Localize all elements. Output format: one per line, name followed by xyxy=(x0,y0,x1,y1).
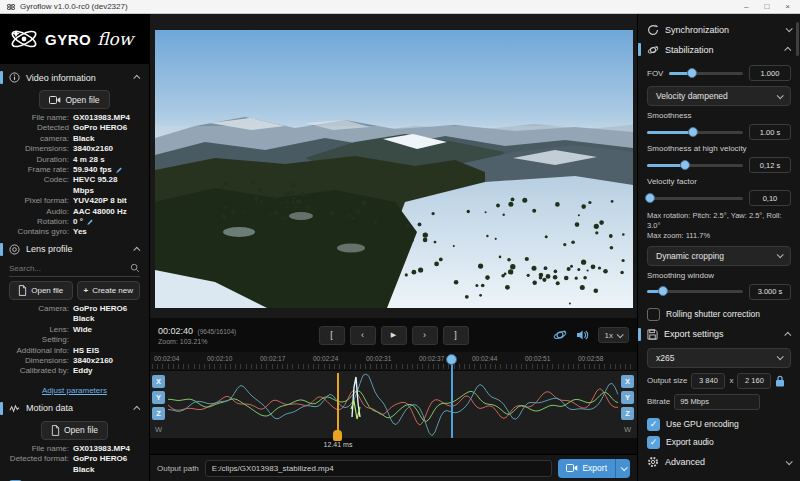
bitrate-input[interactable]: 95 Mbps xyxy=(674,394,760,410)
smoothing-window-value[interactable]: 3.000 s xyxy=(749,284,791,300)
lens-search-input[interactable] xyxy=(9,264,130,273)
fov-value[interactable]: 1.000 xyxy=(749,65,791,81)
adjust-parameters-link[interactable]: Adjust parameters xyxy=(42,386,107,395)
section-advanced[interactable]: Advanced xyxy=(647,454,791,471)
velocity-factor-slider[interactable] xyxy=(647,197,743,200)
edit-pencil-icon[interactable] xyxy=(86,218,94,226)
axis-y-toggle[interactable]: Y xyxy=(621,391,634,404)
smoothness-label: Smoothness xyxy=(647,111,791,120)
cropping-mode-dropdown[interactable]: Dynamic cropping xyxy=(647,246,791,266)
smoothness-slider[interactable] xyxy=(647,131,743,134)
fov-slider[interactable] xyxy=(669,72,743,75)
smoothing-method-dropdown[interactable]: Velocity dampened xyxy=(647,86,791,106)
axis-w-toggle[interactable]: W xyxy=(621,423,634,436)
field-row: Detected format:GoPro HERO6 Black xyxy=(9,454,140,475)
export-audio-label: Export audio xyxy=(666,437,714,447)
lens-create-new-button[interactable]: + Create new xyxy=(77,281,141,300)
info-icon xyxy=(9,72,20,83)
smoothing-window-slider[interactable] xyxy=(647,290,743,293)
timeline-ruler[interactable]: 00:02:04 00:02:10 00:02:17 00:02:24 00:0… xyxy=(150,352,637,370)
output-path-input[interactable] xyxy=(205,460,553,477)
save-icon xyxy=(647,329,658,340)
playhead-handle[interactable] xyxy=(446,354,457,365)
atom-logo-icon xyxy=(8,23,40,55)
axis-z-toggle[interactable]: Z xyxy=(152,407,165,420)
volume-icon[interactable] xyxy=(576,329,589,341)
smoothness-value[interactable]: 1.00 s xyxy=(749,124,791,140)
export-button[interactable]: Export xyxy=(558,459,630,478)
export-options-dropdown[interactable] xyxy=(615,459,630,478)
edit-pencil-icon[interactable] xyxy=(115,166,123,174)
axis-x-toggle[interactable]: X xyxy=(621,375,634,388)
next-frame-button[interactable]: › xyxy=(412,326,438,345)
high-velocity-value[interactable]: 0,12 s xyxy=(749,157,791,173)
field-row: Detected camera:GoPro HERO6 Black xyxy=(9,123,140,144)
section-video-information[interactable]: Video information xyxy=(9,69,140,86)
field-row: Frame rate:59.940 fps xyxy=(9,165,140,175)
axis-x-toggle[interactable]: X xyxy=(152,375,165,388)
section-title: Export settings xyxy=(664,329,724,339)
section-synchronization[interactable]: Synchronization xyxy=(647,21,791,38)
playback-speed-selector[interactable]: 1x xyxy=(598,327,629,343)
section-export-settings[interactable]: Export settings xyxy=(647,326,791,343)
chevron-up-icon xyxy=(784,331,791,338)
export-audio-checkbox[interactable]: ✓ xyxy=(647,436,660,449)
minimize-button[interactable]: – xyxy=(744,1,748,13)
video-open-file-button[interactable]: Open file xyxy=(39,90,109,109)
logo-text-flow: flow xyxy=(97,29,133,49)
velocity-factor-value[interactable]: 0,10 xyxy=(749,190,791,206)
axis-z-toggle[interactable]: Z xyxy=(621,407,634,420)
play-button[interactable]: ▶ xyxy=(381,326,407,345)
output-width-input[interactable]: 3 840 xyxy=(691,373,725,389)
max-rotation-note: Max rotation: Pitch: 2.5°, Yaw: 2.5°, Ro… xyxy=(647,211,791,230)
motion-data-fields: File name:GX013983.MP4 Detected format:G… xyxy=(9,444,140,475)
motion-wave-icon xyxy=(9,403,20,414)
field-row: Setting: xyxy=(9,335,140,345)
output-height-input[interactable]: 2 160 xyxy=(737,373,771,389)
motion-open-file-button[interactable]: Open file xyxy=(41,421,108,440)
codec-dropdown[interactable]: x265 xyxy=(647,348,791,368)
high-velocity-slider[interactable] xyxy=(647,164,743,167)
gpu-encoding-checkbox[interactable]: ✓ xyxy=(647,418,660,431)
trim-start-button[interactable]: [ xyxy=(319,326,345,345)
main-area: 00:02:40 (9645/16104) Zoom: 103.21% [ ‹ … xyxy=(150,14,637,481)
field-row: Lens:Wide xyxy=(9,325,140,335)
section-stabilization[interactable]: Stabilization xyxy=(647,41,791,58)
close-button[interactable]: × xyxy=(785,1,790,13)
axis-y-toggle[interactable]: Y xyxy=(152,391,165,404)
video-frame xyxy=(155,30,633,308)
gyro-graph[interactable]: X Y Z W X Y Z W xyxy=(150,370,637,438)
zoom-level: Zoom: 103.21% xyxy=(158,337,278,347)
field-row: Audio:AAC 48000 Hz xyxy=(9,207,140,217)
export-camera-icon xyxy=(566,463,578,473)
aspect-lock-icon[interactable] xyxy=(775,375,785,387)
fov-label: FOV xyxy=(647,69,663,78)
lens-open-file-button[interactable]: Open file xyxy=(9,281,73,300)
tick-label: 00:02:51 xyxy=(525,355,550,362)
chevron-down-icon xyxy=(786,458,793,465)
left-sidebar: GYRO flow Video information Open file xyxy=(0,14,150,481)
axis-w-toggle[interactable]: W xyxy=(152,423,165,436)
rolling-shutter-checkbox[interactable] xyxy=(647,308,660,321)
tick-label: 00:02:04 xyxy=(154,355,179,362)
chevron-up-icon xyxy=(133,75,140,82)
tick-label: 00:02:44 xyxy=(472,355,497,362)
field-row: Dimensions:3840x2160 xyxy=(9,144,140,154)
field-row: Codec:HEVC 95.28 Mbps xyxy=(9,175,140,196)
chevron-down-icon xyxy=(617,331,624,338)
bitrate-label: Bitrate xyxy=(647,397,670,406)
previous-frame-button[interactable]: ‹ xyxy=(350,326,376,345)
chevron-down-icon xyxy=(777,353,784,360)
section-title: Synchronization xyxy=(665,25,729,35)
scrollbar-thumb[interactable] xyxy=(796,22,799,56)
max-zoom-note: Max zoom: 111.7% xyxy=(647,231,791,241)
maximize-button[interactable]: □ xyxy=(764,1,769,13)
sync-offset-marker-handle[interactable] xyxy=(333,430,342,441)
field-row: Rotation:0 ° xyxy=(9,217,140,227)
playhead-line xyxy=(451,363,453,438)
section-lens-profile[interactable]: Lens profile xyxy=(9,241,140,258)
trim-end-button[interactable]: ] xyxy=(443,326,469,345)
chevron-down-icon xyxy=(620,464,627,471)
section-motion-data[interactable]: Motion data xyxy=(9,400,140,417)
stabilization-preview-toggle-icon[interactable] xyxy=(553,328,567,342)
